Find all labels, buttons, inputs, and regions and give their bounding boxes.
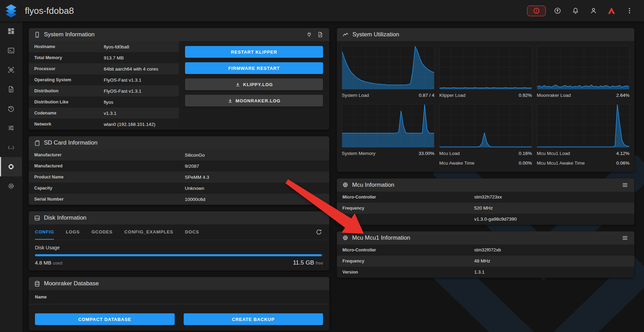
view-dashboard-icon	[7, 27, 15, 35]
restart-klipper-button[interactable]: RESTART KLIPPER	[185, 46, 323, 58]
console-icon	[7, 47, 15, 54]
disk-information-card: Disk Information CONFIGLOGSGCODESCONFIG_…	[29, 211, 329, 270]
chart-moonraker-load	[537, 46, 629, 90]
card-title: SD Card Information	[44, 139, 98, 146]
bell-icon	[572, 7, 579, 15]
system-utilization-card: System Utilization System Load0.87 / 4Kl…	[337, 28, 634, 172]
tab-gcodes[interactable]: GCODES	[91, 224, 112, 240]
chart-label-row: Mcu Awake Time0.00%	[439, 160, 532, 167]
chart-system-load	[342, 46, 434, 90]
fluidd-logo-icon	[5, 4, 17, 18]
table-row: Frequency48 MHz	[337, 256, 634, 267]
sidebar-item-settings[interactable]	[0, 176, 22, 196]
dots-vertical-icon	[626, 7, 633, 15]
card-title: System Utilization	[352, 31, 399, 38]
chart-label-row: Mcu Load0.16%	[439, 150, 532, 157]
account-icon	[590, 7, 597, 15]
table-row: Distribution Likeflyos	[29, 96, 179, 108]
host-power-icon[interactable]	[305, 31, 313, 38]
sidebar-item-console[interactable]	[0, 41, 22, 60]
notifications-button[interactable]	[569, 4, 582, 17]
utilization-cell-mcu-mcu1-load: Mcu Mcu1 Load4.12%Mcu Mcu1 Awake Time0.0…	[537, 104, 629, 167]
chart-klipper-load	[439, 46, 532, 90]
chart-label-row: System Memory33.00%	[342, 150, 434, 157]
tab-config-examples[interactable]: CONFIG_EXAMPLES	[125, 224, 173, 240]
sd-card-icon	[34, 140, 40, 146]
update-button[interactable]	[551, 4, 564, 17]
table-row: CapacityUnknown	[29, 183, 329, 194]
disk-tabs-list: CONFIGLOGSGCODESCONFIG_EXAMPLESDOCS	[35, 224, 199, 240]
sidebar-item-macros[interactable]: {…}	[0, 138, 22, 157]
tab-logs[interactable]: LOGS	[66, 224, 80, 240]
sd-card-information-card: SD Card Information ManufacturerSiliconG…	[29, 136, 329, 205]
system-utilization-header: System Utilization	[337, 28, 634, 41]
table-row: Version1.3.1	[337, 267, 634, 278]
system-info-actions: RESTART KLIPPERFIRMWARE RESTARTKLIPPY.LO…	[179, 41, 329, 130]
tune-icon	[7, 124, 15, 132]
db-name-header: Name	[29, 290, 329, 304]
sidebar-item-dashboard[interactable]	[0, 21, 22, 41]
flyos-brand-logo[interactable]	[605, 4, 618, 17]
table-row: Total Memory913.7 MB	[29, 52, 179, 63]
emergency-stop-icon	[533, 7, 540, 14]
tab-config[interactable]: CONFIG	[35, 224, 54, 240]
sd-card-table: ManufacturerSiliconGoManufactured9/2087P…	[29, 149, 329, 205]
fluidd-logo[interactable]	[0, 4, 22, 18]
chart-label-row: Klipper Load0.92%	[439, 92, 532, 99]
tab-docs[interactable]: DOCS	[185, 224, 199, 240]
compact-database-button[interactable]: COMPACT DATABASE	[35, 313, 175, 325]
disk-information-header: Disk Information	[29, 211, 329, 224]
charts-grid: System Load0.87 / 4Klipper Load0.92%Moon…	[337, 41, 634, 172]
klippy-log-button[interactable]: KLIPPY.LOG	[185, 79, 323, 90]
mcu1-information-card: Mcu Mcu1 Information Micro-Controllerstm…	[337, 231, 634, 278]
emergency-stop-button[interactable]	[527, 6, 546, 16]
chart-label-row: Moonraker Load2.64%	[537, 92, 629, 99]
table-row: DistributionFlyOS-Fast v1.3.1	[29, 85, 179, 96]
table-row: Codenamev1.3.1	[29, 108, 179, 119]
database-icon	[34, 280, 40, 287]
right-column: System Utilization System Load0.87 / 4Kl…	[337, 28, 634, 332]
moonraker-log-button[interactable]: MOONRAKER.LOG	[185, 95, 323, 107]
table-row: Micro-Controllerstm32h723xx	[337, 192, 634, 203]
utilization-cell-system-memory: System Memory33.00%	[342, 104, 434, 167]
table-row: Frequency520 MHz	[337, 203, 634, 214]
table-row: Micro-Controllerstm32f072xb	[337, 245, 634, 256]
harddisk-icon	[34, 215, 40, 221]
mcu-table: Micro-Controllerstm32h723xxFrequency520 …	[337, 192, 634, 225]
disk-used-text: 4.8 MB used	[35, 260, 62, 266]
main-content: System Information Hostnameflyos-fd0ba8T…	[22, 21, 644, 332]
chip-icon	[342, 182, 349, 188]
account-button[interactable]	[587, 4, 600, 17]
overflow-menu-button[interactable]	[623, 4, 636, 17]
system-information-header: System Information	[29, 28, 329, 41]
app-bar: flyos-fdoba8	[0, 0, 644, 21]
chart-label-row: Mcu Mcu1 Load4.12%	[537, 150, 629, 157]
log-file-icon[interactable]	[316, 31, 324, 38]
svg-text:{…}: {…}	[8, 145, 15, 150]
cellphone-icon	[34, 31, 40, 38]
moonraker-database-card: Moonraker Database Name COMPACT DATABASE…	[29, 277, 329, 331]
moonraker-database-header: Moonraker Database	[29, 277, 329, 290]
firmware-restart-button[interactable]: FIRMWARE RESTART	[185, 62, 323, 74]
app-title: flyos-fdoba8	[25, 6, 74, 16]
system-information-card: System Information Hostnameflyos-fd0ba8T…	[29, 28, 329, 130]
table-row: Processor64bit aarch64 with 4 cores	[29, 63, 179, 74]
sidebar-item-system[interactable]	[0, 157, 22, 176]
sidebar-item-jobs[interactable]	[0, 80, 22, 99]
table-row: Operating SystemFlyOS-Fast v1.3.1	[29, 74, 179, 85]
chart-mcu-load	[439, 104, 532, 148]
menu-icon[interactable]	[621, 181, 629, 189]
create-backup-button[interactable]: CREATE BACKUP	[184, 313, 323, 325]
disk-usage-bar	[35, 254, 323, 256]
menu-icon[interactable]	[621, 234, 629, 242]
card-title: Moonraker Database	[44, 280, 99, 287]
table-row: ManufacturerSiliconGo	[29, 149, 329, 160]
disk-tabs: CONFIGLOGSGCODESCONFIG_EXAMPLESDOCS	[29, 224, 329, 240]
sidebar-item-tune[interactable]	[0, 118, 22, 138]
sidebar-item-gcode-preview[interactable]	[0, 60, 22, 80]
refresh-icon[interactable]	[315, 228, 323, 236]
cog-icon	[7, 182, 15, 190]
sidebar-item-history[interactable]	[0, 99, 22, 118]
card-title: Mcu Mcu1 Information	[352, 234, 410, 241]
chart-line-icon	[342, 31, 349, 38]
